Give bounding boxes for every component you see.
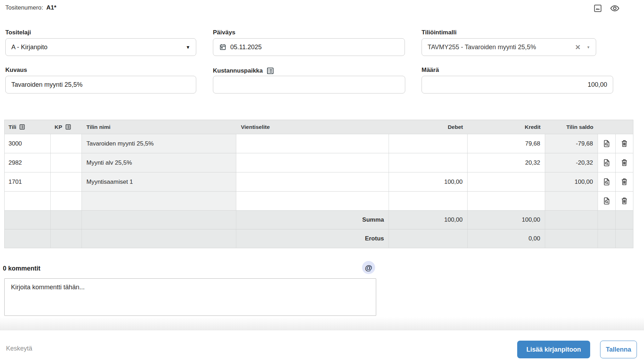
doc-search-icon xyxy=(603,178,611,186)
clear-icon[interactable]: ✕ xyxy=(575,44,581,51)
cell-kredit[interactable]: 79,68 xyxy=(468,134,545,153)
cell-debet[interactable] xyxy=(389,153,468,172)
row-delete-button[interactable] xyxy=(616,134,633,153)
list-icon[interactable] xyxy=(19,124,26,130)
comments-heading: 0 kommentit xyxy=(3,265,40,272)
list-icon[interactable] xyxy=(266,67,275,75)
comment-input[interactable] xyxy=(4,278,376,316)
summary-row-erotus: Erotus 0,00 xyxy=(5,229,633,248)
kuvaus-label: Kuvaus xyxy=(5,67,27,74)
maara-input[interactable] xyxy=(428,81,607,89)
cell-debet[interactable]: 100,00 xyxy=(389,172,468,191)
cell-vientiselite[interactable] xyxy=(236,153,389,172)
trash-icon xyxy=(620,159,628,167)
cell-tili[interactable]: 2982 xyxy=(5,153,51,172)
voucher-entry-screen: Tositenumero:A1* Tositelaji A - Kirjanpi… xyxy=(0,0,644,364)
trash-icon xyxy=(620,178,628,186)
cell-tilin-nimi: Tavaroiden myynti 25,5% xyxy=(82,134,236,153)
maara-field-wrap xyxy=(422,76,613,93)
attachment-image-button[interactable] xyxy=(592,2,603,14)
trash-icon xyxy=(620,140,628,148)
cell-tilin-nimi xyxy=(82,192,236,210)
document-number-line: Tositenumero:A1* xyxy=(5,4,56,11)
summa-debet: 100,00 xyxy=(389,211,468,229)
cell-tili[interactable]: 3000 xyxy=(5,134,51,153)
tiliointimalli-label: Tiliöintimalli xyxy=(422,29,457,36)
col-header-kp: KP xyxy=(51,120,82,134)
eye-icon xyxy=(610,3,620,13)
row-ledger-search-button[interactable] xyxy=(598,134,616,153)
row-ledger-search-button[interactable] xyxy=(598,192,616,210)
kuvaus-input[interactable] xyxy=(11,81,190,89)
kustannuspaikka-label-row: Kustannuspaikka xyxy=(213,67,275,75)
entries-table: Tili KP xyxy=(4,120,633,248)
paivays-date-field[interactable]: 05.11.2025 xyxy=(213,38,405,56)
cell-vientiselite[interactable] xyxy=(236,172,389,191)
col-header-kredit: Kredit xyxy=(468,120,545,134)
tositelaji-value: A - Kirjanpito xyxy=(11,44,47,51)
cell-tilin-nimi: Myyntisaamiset 1 xyxy=(82,172,236,191)
summa-spacer xyxy=(82,211,236,229)
cell-debet[interactable] xyxy=(389,134,468,153)
cell-kredit[interactable] xyxy=(468,172,545,191)
cancel-button[interactable]: Keskeytä xyxy=(6,345,32,352)
cell-vientiselite[interactable] xyxy=(236,134,389,153)
table-header-row: Tili KP xyxy=(5,120,633,134)
erotus-spacer xyxy=(51,229,82,248)
chevron-down-icon: ▼ xyxy=(186,45,190,50)
table-row: 1701 Myyntisaamiset 1 100,00 100,00 xyxy=(5,172,633,192)
erotus-spacer xyxy=(545,229,598,248)
erotus-spacer xyxy=(389,229,468,248)
erotus-spacer xyxy=(82,229,236,248)
add-to-accounting-button[interactable]: Lisää kirjanpitoon xyxy=(517,341,590,358)
mention-button[interactable]: @ xyxy=(362,261,375,274)
summa-spacer xyxy=(545,211,598,229)
summary-row-summa: Summa 100,00 100,00 xyxy=(5,211,633,229)
trash-icon xyxy=(620,197,628,205)
calendar-icon[interactable] xyxy=(219,43,227,51)
kustannuspaikka-field-wrap xyxy=(213,76,405,93)
row-delete-button[interactable] xyxy=(616,172,633,191)
cell-kredit[interactable]: 20,32 xyxy=(468,153,545,172)
cell-tilin-saldo xyxy=(545,192,598,210)
table-row: 3000 Tavaroiden myynti 25,5% 79,68 -79,6… xyxy=(5,134,633,153)
content-fade xyxy=(0,317,644,330)
table-row: 2982 Myynti alv 25,5% 20,32 -20,32 xyxy=(5,153,633,172)
table-row xyxy=(5,192,633,211)
cell-tili[interactable]: 1701 xyxy=(5,172,51,191)
row-ledger-search-button[interactable] xyxy=(598,153,616,172)
tiliointimalli-combobox[interactable]: TAVMY255 - Tavaroiden myynti 25,5% ✕ ▼ xyxy=(422,38,596,56)
cell-tili[interactable] xyxy=(5,192,51,210)
cell-kp[interactable] xyxy=(51,192,82,210)
tositelaji-select[interactable]: A - Kirjanpito ▼ xyxy=(5,38,196,56)
summa-spacer xyxy=(51,211,82,229)
kuvaus-field-wrap xyxy=(5,76,196,93)
cell-kp[interactable] xyxy=(51,153,82,172)
row-ledger-search-button[interactable] xyxy=(598,172,616,191)
tositelaji-label: Tositelaji xyxy=(5,29,31,36)
row-delete-button[interactable] xyxy=(616,153,633,172)
cell-debet[interactable] xyxy=(389,192,468,210)
list-icon[interactable] xyxy=(65,124,72,130)
chevron-down-icon[interactable]: ▼ xyxy=(587,45,590,49)
cell-kredit[interactable] xyxy=(468,192,545,210)
row-delete-button[interactable] xyxy=(616,192,633,210)
cell-kp[interactable] xyxy=(51,134,82,153)
maara-label: Määrä xyxy=(422,67,439,74)
paivays-value: 05.11.2025 xyxy=(230,44,262,51)
summa-label: Summa xyxy=(236,211,389,229)
doc-search-icon xyxy=(603,159,611,167)
cell-tilin-saldo: -20,32 xyxy=(545,153,598,172)
cell-tilin-nimi: Myynti alv 25,5% xyxy=(82,153,236,172)
preview-button[interactable] xyxy=(609,2,620,14)
doc-search-icon xyxy=(603,197,611,205)
cell-vientiselite[interactable] xyxy=(236,192,389,210)
cell-tilin-saldo: 100,00 xyxy=(545,172,598,191)
save-button[interactable]: Tallenna xyxy=(600,341,637,358)
col-header-vientiselite: Vientiselite xyxy=(236,120,389,134)
cell-tilin-saldo: -79,68 xyxy=(545,134,598,153)
kustannuspaikka-input[interactable] xyxy=(219,81,399,89)
summa-kredit: 100,00 xyxy=(468,211,545,229)
cell-kp[interactable] xyxy=(51,172,82,191)
col-header-spacer2 xyxy=(616,120,633,134)
